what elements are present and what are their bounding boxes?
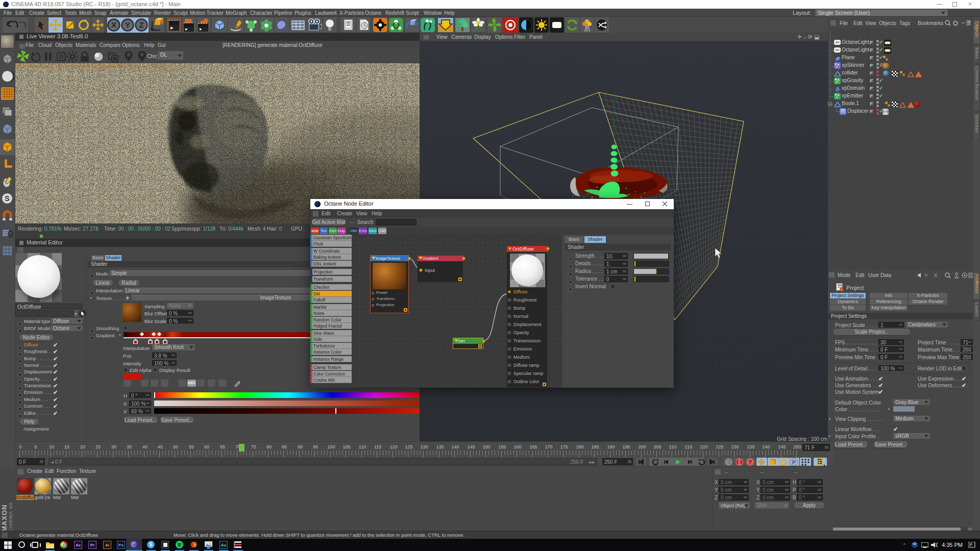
svg-text:S: S [5,194,9,203]
svg-text:Y: Y [125,20,130,29]
svg-text:Z: Z [139,20,143,29]
svg-text:P: P [792,459,796,465]
svg-text:R: R [59,54,64,61]
svg-text:Chn:: Chn: [147,54,158,59]
svg-text:X: X [111,20,116,29]
svg-text:?: ? [748,459,752,465]
